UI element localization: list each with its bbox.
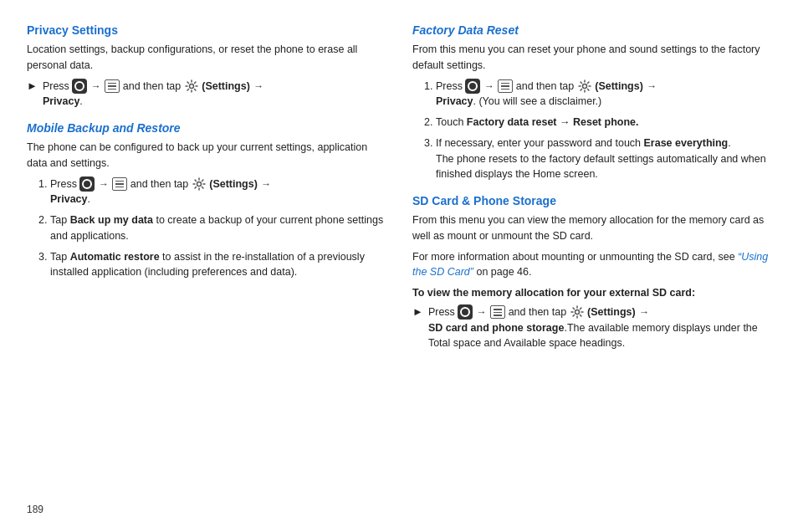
page-number: 189	[27, 504, 43, 515]
step1-period: .	[87, 193, 90, 205]
step2-tap: Tap	[50, 214, 70, 226]
mobile-backup-section: Mobile Backup and Restore The phone can …	[27, 121, 386, 280]
mobile-backup-step3: Tap Automatic restore to assist in the r…	[50, 249, 386, 281]
step3-bold: Automatic restore	[70, 251, 160, 263]
factory-step1-line: Press → and then tap (Settings)	[436, 80, 657, 108]
factory-step1-settings-icon	[577, 79, 592, 94]
svg-point-1	[197, 182, 201, 187]
step1-privacy: Privacy	[50, 193, 87, 205]
privacy-settings-intro: Location settings, backup configurations…	[27, 42, 386, 74]
step1-and-then-tap: and then tap	[130, 178, 192, 190]
press-label: Press	[43, 80, 69, 92]
svg-point-0	[189, 84, 193, 89]
mobile-backup-intro: The phone can be configured to back up y…	[27, 140, 386, 171]
step1-press: Press	[50, 178, 79, 190]
sd-to-view-label: To view the memory allocation for your e…	[412, 285, 771, 301]
factory-step1: Press → and then tap (Settings)	[436, 79, 771, 110]
factory-reset-steps: Press → and then tap (Settings)	[422, 79, 771, 183]
sd-intro2-text: For more information about mounting or u…	[412, 251, 735, 263]
factory-step2-touch: Touch	[436, 116, 467, 128]
mobile-backup-step2: Tap Back up my data to create a backup o…	[50, 212, 386, 244]
sd-press-label: Press	[428, 306, 458, 318]
factory-step1-privacy: Privacy	[436, 95, 473, 107]
settings-icon	[184, 79, 199, 94]
factory-step1-menu-icon	[498, 79, 513, 93]
left-column: Privacy Settings Location settings, back…	[27, 23, 386, 515]
factory-step1-and-then-tap: and then tap	[516, 80, 577, 92]
privacy-settings-section: Privacy Settings Location settings, back…	[27, 23, 386, 110]
privacy-bold: Privacy	[43, 95, 79, 107]
sd-home-icon	[458, 304, 473, 320]
sd-card-intro2: For more information about mounting or u…	[412, 249, 771, 281]
step1-home-icon	[79, 176, 95, 192]
sd-card-intro1: From this menu you can view the memory a…	[412, 212, 771, 244]
period1: .	[79, 95, 82, 107]
factory-reset-section: Factory Data Reset From this menu you ca…	[412, 23, 771, 182]
factory-step3: If necessary, enter your password and to…	[436, 136, 771, 182]
step1-line: Press → and then tap (Settings)	[50, 178, 272, 206]
factory-step1-press: Press	[436, 80, 465, 92]
step1-arrow1: →	[99, 178, 111, 190]
sd-menu-icon	[490, 305, 505, 319]
svg-point-3	[575, 310, 579, 315]
sd-arrow1: →	[477, 306, 489, 318]
factory-step1-arrow1: →	[484, 80, 497, 92]
sd-press-line: Press → and then tap (Settings) → SD car…	[428, 304, 771, 351]
svg-point-2	[582, 84, 586, 89]
factory-step2-bold: Factory data reset → Reset phone.	[467, 116, 639, 128]
settings-label-1: (Settings)	[202, 80, 253, 92]
step1-settings-text: (Settings)	[209, 178, 260, 190]
sd-and-then-tap: and then tap	[509, 306, 570, 318]
sd-card-section: SD Card & Phone Storage From this menu y…	[412, 194, 771, 351]
factory-step1-arrow2: →	[647, 80, 657, 92]
page-layout: Privacy Settings Location settings, back…	[0, 0, 798, 532]
home-button-icon	[72, 79, 87, 94]
bullet-arrow-icon: ►	[27, 79, 38, 92]
sd-arrow2: →	[639, 306, 649, 318]
step1-settings-icon	[192, 176, 207, 192]
privacy-settings-bullet: ► Press → and then tap (Settings) →	[27, 79, 386, 110]
step1-arrow2: →	[261, 178, 271, 190]
mobile-backup-title: Mobile Backup and Restore	[27, 121, 386, 135]
privacy-press-line: Press → and then tap (Settings) → Privac…	[43, 79, 264, 110]
factory-step3-text: If necessary, enter your password and to…	[436, 137, 731, 149]
factory-step2: Touch Factory data reset → Reset phone.	[436, 115, 771, 130]
step3-tap: Tap	[50, 251, 70, 263]
sd-bullet-arrow-icon: ►	[412, 305, 423, 318]
factory-step1-disclaimer: . (You will see a disclaimer.)	[473, 95, 601, 107]
step1-menu-icon	[112, 177, 127, 191]
mobile-backup-step1: Press → and then tap (Settings)	[50, 176, 386, 208]
sd-intro2-rest: on page 46.	[476, 266, 531, 278]
privacy-settings-title: Privacy Settings	[27, 23, 386, 37]
mobile-backup-steps: Press → and then tap (Settings)	[37, 176, 386, 281]
sd-card-bullet: ► Press → and then tap (Settings)	[412, 304, 771, 351]
factory-step1-home-icon	[465, 79, 480, 94]
right-column: Factory Data Reset From this menu you ca…	[412, 23, 771, 515]
factory-step3-erase: Erase everything	[644, 137, 729, 149]
and-then-tap-label: and then tap	[123, 80, 184, 92]
factory-step3-extra: The phone resets to the factory default …	[436, 153, 766, 181]
sd-card-title: SD Card & Phone Storage	[412, 194, 771, 207]
arrow2: →	[253, 80, 263, 92]
sd-settings-text: (Settings)	[587, 306, 638, 318]
arrow1: →	[91, 80, 101, 92]
sd-settings-icon	[570, 304, 585, 320]
factory-step1-settings-text: (Settings)	[595, 80, 646, 92]
factory-reset-title: Factory Data Reset	[412, 23, 771, 37]
step2-bold: Back up my data	[70, 214, 153, 226]
factory-reset-intro: From this menu you can reset your phone …	[412, 42, 771, 74]
menu-button-icon	[105, 79, 120, 93]
sd-storage-bold: SD card and phone storage	[428, 322, 565, 334]
